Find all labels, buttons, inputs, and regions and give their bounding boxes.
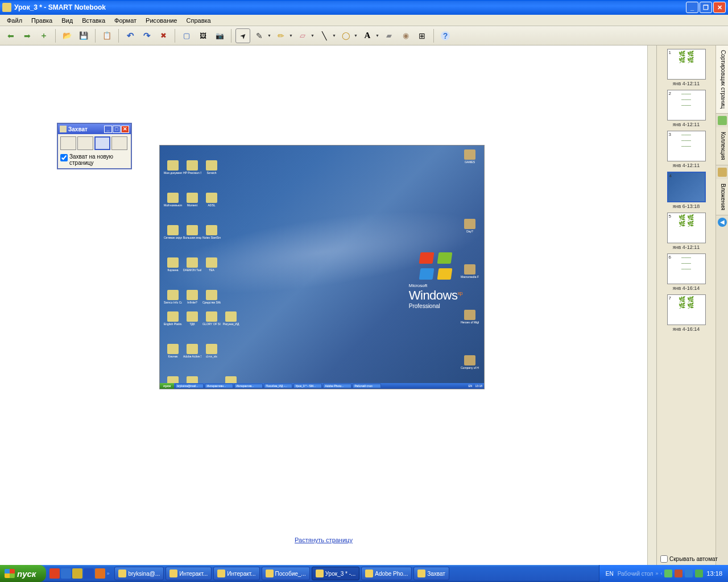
line-dropdown[interactable]: ▼	[332, 34, 337, 38]
prev-page-button[interactable]	[3, 28, 18, 43]
capture-button[interactable]	[212, 28, 227, 43]
ql-firefox-icon[interactable]	[95, 568, 105, 579]
capture-freehand-button[interactable]	[111, 136, 127, 150]
collapse-sidebar-button[interactable]: ◀	[718, 218, 727, 227]
pen-dropdown[interactable]: ▼	[267, 34, 272, 38]
capture-tools	[58, 134, 131, 152]
maximize-button[interactable]: ❐	[700, 2, 712, 13]
canvas[interactable]: Захват _ □ ✕ Захват на новую страницу Мо…	[0, 45, 647, 565]
system-clock[interactable]: 13:18	[705, 570, 723, 577]
ql-expand[interactable]: »	[106, 571, 109, 576]
page-thumbnail[interactable]: 5янв 4-12:11	[659, 213, 713, 250]
tab-attachments[interactable]: Вложения	[716, 179, 728, 215]
page-thumbnail[interactable]: 3янв 4-12:11	[659, 131, 713, 168]
page-thumbnail[interactable]: 4▼янв 6-13:18	[659, 172, 713, 209]
embedded-screenshot[interactable]: Мои документыHP Precision Scan LTXScratc…	[159, 145, 485, 389]
capture-minimize-button[interactable]: _	[104, 126, 112, 133]
tray-icon-3[interactable]	[685, 569, 693, 577]
taskbar-task-button[interactable]: Adobe Pho...	[361, 567, 412, 580]
capture-close-button[interactable]: ✕	[121, 126, 129, 133]
open-button[interactable]	[60, 28, 75, 43]
eraser-tool-button[interactable]	[295, 28, 310, 43]
tray-expand[interactable]: ‹	[660, 571, 662, 576]
taskbar-task-button[interactable]: Урок_3 * -...	[312, 567, 360, 580]
properties-button[interactable]	[398, 28, 413, 43]
capture-window-titlebar[interactable]: Захват _ □ ✕	[58, 124, 131, 134]
capture-window-title: Захват	[68, 126, 104, 132]
creative-pen-dropdown[interactable]: ▼	[289, 34, 293, 38]
tab-gallery[interactable]: Коллекция	[716, 127, 728, 165]
taskbar-task-button[interactable]: Захват	[413, 567, 449, 580]
add-page-button[interactable]	[36, 28, 51, 43]
next-page-button[interactable]	[20, 28, 35, 43]
language-indicator[interactable]: EN	[604, 570, 615, 577]
start-button[interactable]: пуск	[0, 565, 46, 582]
desktop-expand[interactable]: »	[655, 571, 658, 576]
taskbar-task-button[interactable]: Интеракт...	[213, 567, 259, 580]
help-button[interactable]	[438, 28, 453, 43]
embedded-clock: 13:18	[473, 384, 484, 388]
close-button[interactable]: ✕	[713, 2, 726, 13]
fill-button[interactable]	[382, 28, 396, 43]
eraser-dropdown[interactable]: ▼	[311, 34, 315, 38]
auto-hide-checkbox[interactable]	[660, 555, 668, 563]
auto-hide-option[interactable]: Скрывать автомат	[660, 555, 718, 563]
capture-window[interactable]: Захват _ □ ✕ Захват на новую страницу	[57, 123, 132, 169]
menu-file[interactable]: Файл	[2, 16, 27, 25]
capture-area-button[interactable]	[60, 136, 76, 150]
extend-page-link[interactable]: Растянуть страницу	[295, 537, 353, 543]
menu-insert[interactable]: Вставка	[77, 16, 110, 25]
sidebar: 1янв 4-12:112янв 4-12:113янв 4-12:114▼ян…	[656, 45, 728, 565]
minimize-button[interactable]: _	[686, 2, 698, 13]
menu-edit[interactable]: Правка	[27, 16, 57, 25]
attachments-icon	[718, 168, 727, 177]
ql-acrobat-icon[interactable]	[49, 568, 60, 579]
menu-help[interactable]: Справка	[182, 16, 216, 25]
ql-ie-icon[interactable]	[84, 568, 94, 579]
shape-dropdown[interactable]: ▼	[354, 34, 358, 38]
save-button[interactable]	[76, 28, 91, 43]
embedded-desktop-icons-right: GAMESDay?Macromedia Flash MX 2004Heroes …	[460, 149, 481, 389]
fullscreen-button[interactable]	[196, 28, 210, 43]
taskbar-task-button[interactable]: Пособие_...	[262, 567, 310, 580]
text-dropdown[interactable]: ▼	[375, 34, 380, 38]
tab-page-sorter[interactable]: Сортировщик страниц	[716, 45, 728, 114]
menu-view[interactable]: Вид	[57, 16, 77, 25]
camera-icon	[60, 126, 67, 132]
select-tool-button[interactable]	[235, 28, 250, 43]
text-tool-button[interactable]	[360, 28, 375, 43]
edition-label: Professional	[409, 303, 462, 309]
taskbar-task-button[interactable]: Интеракт...	[166, 567, 212, 580]
redo-button[interactable]	[139, 28, 154, 43]
tray-icon-2[interactable]	[675, 569, 682, 577]
shape-tool-button[interactable]	[338, 28, 353, 43]
toolbar-separator	[433, 29, 434, 43]
capture-maximize-button[interactable]: □	[113, 126, 121, 133]
page-thumbnail[interactable]: 2янв 4-12:11	[659, 90, 713, 127]
undo-button[interactable]	[123, 28, 138, 43]
move-toolbar-button[interactable]	[415, 28, 429, 43]
page-thumbnail[interactable]: 7янв 4-16:14	[659, 294, 713, 332]
capture-newpage-checkbox[interactable]	[60, 154, 68, 161]
creative-pen-button[interactable]	[274, 28, 288, 43]
screenshade-button[interactable]	[179, 28, 194, 43]
line-tool-button[interactable]	[317, 28, 332, 43]
taskbar-task-button[interactable]: bryksina@...	[114, 567, 164, 580]
pen-tool-button[interactable]	[252, 28, 267, 43]
ql-notes-icon[interactable]	[72, 568, 82, 579]
capture-screen-button[interactable]	[94, 136, 110, 150]
tray-icon-4[interactable]	[695, 569, 703, 577]
page-thumbnail[interactable]: 6янв 4-16:14	[659, 253, 713, 291]
tray-icon-1[interactable]	[664, 569, 672, 577]
capture-window-button[interactable]	[77, 136, 93, 150]
ql-word-icon[interactable]	[61, 568, 71, 579]
paste-button[interactable]	[100, 28, 114, 43]
delete-button[interactable]	[156, 28, 171, 43]
menu-format[interactable]: Формат	[110, 16, 141, 25]
menu-draw[interactable]: Рисование	[141, 16, 181, 25]
capture-newpage-option[interactable]: Захват на новую страницу	[58, 152, 131, 168]
desktop-toolbar-label[interactable]: Рабочий стол	[618, 571, 653, 577]
page-thumbnail[interactable]: 1янв 4-12:11	[659, 49, 713, 86]
windows-logo: Microsoft Windowsxp Professional	[409, 252, 462, 309]
vertical-scrollbar[interactable]	[647, 45, 656, 565]
